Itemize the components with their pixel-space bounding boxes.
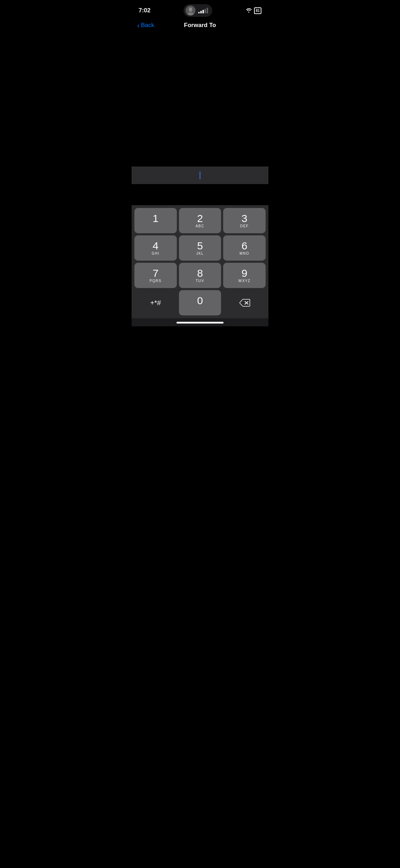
keypad-grid: 1 2 ABC 3 DEF 4 GHI 5 JKL 6 MNO 7 PQRS: [133, 208, 267, 288]
back-button[interactable]: ‹ Back: [137, 22, 154, 29]
avatar: [186, 6, 195, 15]
below-input-area: [132, 184, 268, 205]
status-time: 7:02: [139, 7, 151, 14]
svg-point-1: [189, 7, 192, 12]
battery-icon: 81: [254, 7, 261, 14]
signal-bar-4: [205, 9, 206, 13]
back-label: Back: [141, 22, 154, 29]
phone-input-bar[interactable]: [132, 167, 268, 184]
key-0[interactable]: 0: [179, 290, 221, 315]
key-9[interactable]: 9 WXYZ: [223, 263, 266, 288]
signal-bar-3: [202, 10, 204, 13]
avatar-image: [186, 6, 195, 15]
key-4[interactable]: 4 GHI: [134, 235, 177, 261]
key-7[interactable]: 7 PQRS: [134, 263, 177, 288]
symbols-label: +*#: [150, 299, 161, 307]
key-2[interactable]: 2 ABC: [179, 208, 221, 233]
signal-bar-2: [200, 11, 202, 13]
status-bar: 7:02 81: [132, 0, 268, 19]
text-cursor: [200, 171, 200, 179]
key-symbols[interactable]: +*#: [134, 290, 177, 315]
signal-bar-5: [207, 8, 208, 13]
status-right: 81: [246, 7, 261, 14]
keypad-bottom-row: +*# 0: [133, 288, 267, 317]
signal-bar-1: [198, 12, 200, 13]
keypad: 1 2 ABC 3 DEF 4 GHI 5 JKL 6 MNO 7 PQRS: [132, 205, 268, 318]
page-title: Forward To: [184, 22, 216, 29]
delete-icon: [239, 299, 250, 307]
home-indicator: [176, 322, 224, 324]
key-6[interactable]: 6 MNO: [223, 235, 266, 261]
wifi-icon: [246, 8, 252, 14]
signal-bars: [198, 8, 208, 13]
home-indicator-area: [132, 318, 268, 326]
key-3[interactable]: 3 DEF: [223, 208, 266, 233]
key-1[interactable]: 1: [134, 208, 177, 233]
key-5[interactable]: 5 JKL: [179, 235, 221, 261]
key-8[interactable]: 8 TUV: [179, 263, 221, 288]
content-area: [132, 33, 268, 167]
nav-bar: ‹ Back Forward To: [132, 19, 268, 33]
battery-level: 81: [256, 9, 260, 13]
delete-button[interactable]: [223, 290, 266, 315]
status-center-pill: [184, 4, 212, 17]
back-chevron-icon: ‹: [137, 22, 140, 29]
